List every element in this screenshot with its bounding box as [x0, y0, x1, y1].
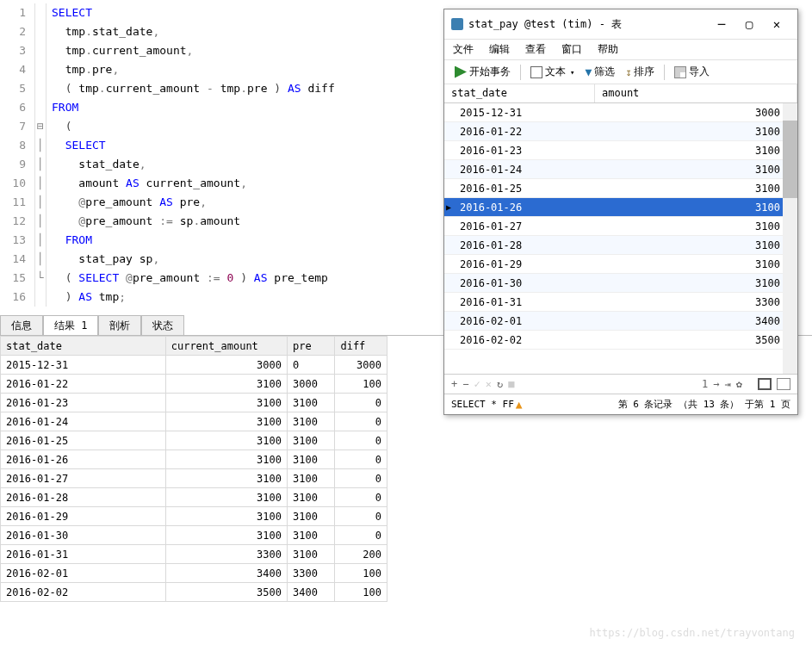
sort-button[interactable]: ↧排序 — [622, 63, 658, 81]
table-row[interactable]: 2015-12-313000 — [444, 103, 797, 122]
cell-date[interactable]: 2016-01-29 — [444, 255, 595, 273]
grid-view-button[interactable] — [758, 378, 772, 390]
code-text[interactable]: tmp.pre, — [46, 60, 119, 79]
maximize-button[interactable]: ▢ — [735, 14, 763, 34]
code-text[interactable]: FROM — [46, 98, 78, 117]
cell[interactable]: 3000 — [287, 375, 334, 394]
table-row[interactable]: 2016-01-233100 — [444, 141, 797, 160]
code-text[interactable]: ( SELECT @pre_amount := 0 ) AS pre_temp — [46, 269, 328, 288]
fold-gutter[interactable]: │ — [34, 193, 46, 212]
table-row[interactable]: 2016-01-303100 — [444, 274, 797, 293]
cell-date[interactable]: 2016-01-28 — [444, 236, 595, 254]
tab-status[interactable]: 状态 — [141, 315, 184, 335]
cell[interactable]: 3100 — [165, 375, 287, 394]
cell-date[interactable]: 2015-12-31 — [444, 103, 595, 121]
begin-transaction-button[interactable]: 开始事务 — [451, 63, 514, 81]
col-amount[interactable]: amount — [595, 84, 797, 102]
cell[interactable]: 2016-01-23 — [1, 394, 166, 412]
table-row[interactable]: 2016-01-26310031000 — [1, 450, 387, 469]
table-row[interactable]: 2016-01-293100 — [444, 255, 797, 274]
cell[interactable]: 100 — [335, 583, 387, 602]
cell[interactable]: 3300 — [165, 545, 287, 564]
delete-row-button[interactable]: − — [462, 378, 468, 390]
cell-amount[interactable]: 3100 — [595, 217, 797, 235]
table-row[interactable]: 2016-02-0134003300100 — [1, 564, 387, 583]
menu-file[interactable]: 文件 — [453, 42, 474, 57]
scrollbar[interactable] — [783, 103, 797, 374]
cell[interactable]: 0 — [335, 412, 387, 431]
cell-amount[interactable]: 3100 — [595, 122, 797, 140]
cell[interactable]: 3100 — [287, 526, 334, 545]
cell-amount[interactable]: 3100 — [595, 255, 797, 273]
cell-amount[interactable]: 3400 — [595, 312, 797, 330]
cell-date[interactable]: 2016-01-25 — [444, 179, 595, 197]
cell[interactable]: 3500 — [165, 583, 287, 602]
last-button[interactable]: ⇥ — [725, 378, 731, 390]
code-text[interactable]: ( — [46, 117, 71, 136]
cell-date[interactable]: 2016-01-27 — [444, 217, 595, 235]
menu-window[interactable]: 窗口 — [561, 42, 582, 57]
cell[interactable]: 100 — [335, 375, 387, 394]
menu-help[interactable]: 帮助 — [598, 42, 618, 57]
cell[interactable]: 0 — [335, 394, 387, 412]
filter-button[interactable]: ▼筛选 — [581, 63, 618, 81]
code-text[interactable]: amount AS current_amount, — [46, 174, 247, 193]
cell[interactable]: 0 — [335, 450, 387, 469]
table-row[interactable]: 2016-01-313300 — [444, 293, 797, 312]
cell[interactable]: 2016-01-22 — [1, 375, 166, 394]
code-text[interactable]: ) AS tmp; — [46, 288, 126, 307]
cell[interactable]: 0 — [335, 526, 387, 545]
fold-gutter[interactable]: │ — [34, 231, 46, 250]
cell[interactable]: 2016-01-24 — [1, 412, 166, 431]
cell-date[interactable]: 2016-02-01 — [444, 312, 595, 330]
cell[interactable]: 3400 — [287, 583, 334, 602]
cell[interactable]: 2016-01-31 — [1, 545, 166, 564]
add-row-button[interactable]: + — [451, 378, 457, 390]
cell[interactable]: 3100 — [287, 507, 334, 526]
cell[interactable]: 3100 — [165, 469, 287, 488]
table-row[interactable]: 2016-02-013400 — [444, 312, 797, 331]
tab-info[interactable]: 信息 — [0, 315, 43, 335]
fold-gutter[interactable]: │ — [34, 212, 46, 231]
menu-edit[interactable]: 编辑 — [489, 42, 510, 57]
cell-date[interactable]: 2016-01-31 — [444, 293, 595, 311]
tab-profile[interactable]: 剖析 — [98, 315, 141, 335]
cell[interactable]: 3100 — [287, 469, 334, 488]
settings-button[interactable]: ✿ — [736, 378, 742, 390]
cell[interactable]: 3100 — [165, 394, 287, 412]
fold-gutter[interactable] — [34, 98, 46, 117]
refresh-button[interactable]: ↻ — [497, 378, 503, 390]
cell[interactable]: 3100 — [287, 394, 334, 412]
table-row[interactable]: 2016-02-0235003400100 — [1, 583, 387, 602]
fold-gutter[interactable] — [34, 79, 46, 98]
fold-gutter[interactable]: │ — [34, 174, 46, 193]
cell[interactable]: 2016-01-27 — [1, 469, 166, 488]
code-text[interactable]: stat_date, — [46, 155, 146, 174]
cell[interactable]: 3100 — [287, 431, 334, 450]
cell-amount[interactable]: 3500 — [595, 331, 797, 349]
code-text[interactable]: SELECT — [46, 3, 92, 22]
cell[interactable]: 2016-02-01 — [1, 564, 166, 583]
code-text[interactable]: tmp.current_amount, — [46, 41, 193, 60]
table-row[interactable]: 2016-01-243100 — [444, 160, 797, 179]
cell[interactable]: 3100 — [287, 450, 334, 469]
cell[interactable]: 3100 — [287, 488, 334, 507]
code-text[interactable]: SELECT — [46, 136, 106, 155]
cell-date[interactable]: 2016-01-30 — [444, 274, 595, 292]
code-text[interactable]: @pre_amount AS pre, — [46, 193, 207, 212]
cell[interactable]: 0 — [287, 356, 334, 375]
table-row[interactable]: 2016-01-23310031000 — [1, 394, 387, 412]
cell-date[interactable]: 2016-01-22 — [444, 122, 595, 140]
code-text[interactable]: stat_pay sp, — [46, 250, 159, 269]
menu-view[interactable]: 查看 — [525, 42, 546, 57]
code-text[interactable]: ( tmp.current_amount - tmp.pre ) AS diff — [46, 79, 335, 98]
tab-result1[interactable]: 结果 1 — [43, 315, 98, 335]
cell[interactable]: 3100 — [165, 412, 287, 431]
fold-gutter[interactable]: ⊟ — [34, 117, 46, 136]
cell[interactable]: 3000 — [165, 356, 287, 375]
cell-date[interactable]: 2016-01-23 — [444, 141, 595, 159]
table-row[interactable]: 2016-01-24310031000 — [1, 412, 387, 431]
table-row[interactable]: 2015-12-31300003000 — [1, 356, 387, 375]
cell-date[interactable]: 2016-01-26 — [444, 198, 595, 216]
table-row[interactable]: 2016-01-223100 — [444, 122, 797, 141]
